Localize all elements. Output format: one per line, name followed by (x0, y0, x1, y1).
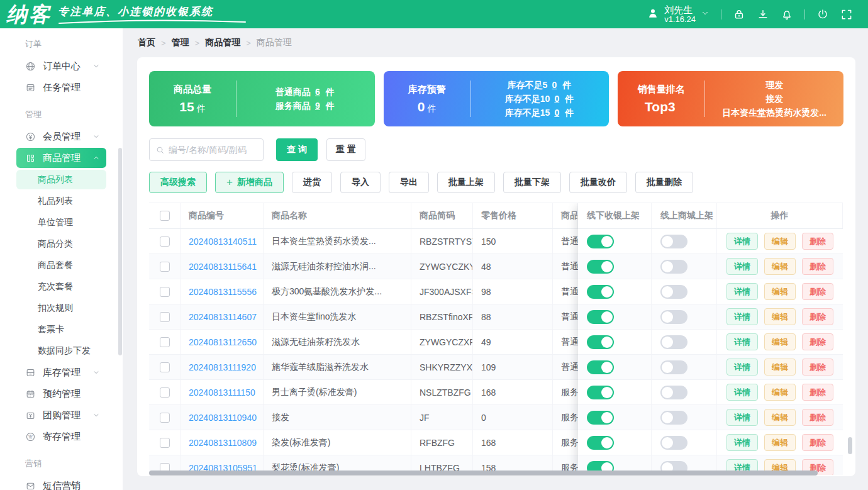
sidebar-scrollbar[interactable] (118, 148, 122, 355)
detail-button[interactable]: 详情 (726, 384, 758, 401)
sidebar-item-deposit-management[interactable]: 寄寄存管理 (16, 426, 106, 447)
offline-shelf-toggle[interactable] (587, 260, 614, 274)
offline-shelf-toggle[interactable] (587, 360, 614, 374)
product-id-link[interactable]: 20240813110940 (189, 413, 257, 423)
product-id-link[interactable]: 20240813115556 (189, 287, 257, 297)
stat-detail-count-link[interactable]: 0 (550, 92, 564, 106)
detail-button[interactable]: 详情 (726, 409, 758, 426)
online-shelf-toggle[interactable] (660, 235, 687, 248)
sidebar-subitem-product-category[interactable]: 商品分类 (16, 234, 106, 253)
online-shelf-toggle[interactable] (660, 411, 687, 425)
edit-button[interactable]: 编辑 (764, 258, 796, 275)
product-id-link[interactable]: 20240813111920 (189, 362, 256, 372)
fullscreen-button[interactable] (840, 8, 853, 21)
product-id-link[interactable]: 20240813115641 (189, 262, 257, 272)
detail-button[interactable]: 详情 (726, 333, 758, 350)
delete-button[interactable]: 删除 (802, 434, 833, 451)
delete-button[interactable]: 删除 (802, 283, 833, 300)
sidebar-item-order-center[interactable]: 订单中心 (16, 56, 106, 76)
detail-button[interactable]: 详情 (726, 359, 758, 376)
edit-button[interactable]: 编辑 (764, 409, 796, 426)
batch-on-shelf-button[interactable]: 批量上架 (437, 172, 495, 193)
delete-button[interactable]: 删除 (802, 233, 833, 250)
edit-button[interactable]: 编辑 (764, 308, 796, 325)
edit-button[interactable]: 编辑 (764, 233, 796, 250)
add-product-button[interactable]: +新增商品 (215, 172, 284, 193)
chevron-down-icon[interactable] (701, 9, 709, 20)
search-input[interactable] (169, 145, 257, 155)
product-id-link[interactable]: 20240813111150 (189, 387, 255, 398)
query-button[interactable]: 查 询 (276, 138, 318, 161)
online-shelf-toggle[interactable] (660, 310, 687, 324)
offline-shelf-toggle[interactable] (587, 436, 614, 450)
sidebar-subitem-gift-list[interactable]: 礼品列表 (16, 191, 106, 211)
sidebar-item-groupbuy-management[interactable]: 团购管理 (16, 405, 106, 425)
row-checkbox[interactable] (160, 237, 170, 247)
detail-button[interactable]: 详情 (726, 434, 758, 451)
reset-button[interactable]: 重 置 (326, 138, 365, 161)
sidebar-subitem-unit-management[interactable]: 单位管理 (16, 213, 106, 232)
offline-shelf-toggle[interactable] (587, 285, 614, 299)
delete-button[interactable]: 删除 (802, 258, 833, 275)
edit-button[interactable]: 编辑 (764, 333, 796, 350)
detail-button[interactable]: 详情 (726, 233, 758, 250)
row-checkbox[interactable] (160, 312, 170, 322)
breadcrumb-item[interactable]: 商品管理 (205, 37, 240, 48)
delete-button[interactable]: 删除 (802, 384, 833, 401)
logout-button[interactable] (816, 8, 829, 21)
sidebar-subitem-data-sync[interactable]: 数据同步下发 (16, 341, 106, 360)
online-shelf-toggle[interactable] (660, 260, 687, 274)
stat-detail-count-link[interactable]: 0 (550, 106, 564, 120)
edit-button[interactable]: 编辑 (764, 384, 796, 401)
delete-button[interactable]: 删除 (802, 359, 833, 376)
online-shelf-toggle[interactable] (660, 386, 687, 399)
row-checkbox[interactable] (160, 287, 170, 297)
row-checkbox[interactable] (160, 337, 170, 347)
product-id-link[interactable]: 20240813114607 (189, 312, 257, 322)
lock-screen-button[interactable] (733, 8, 745, 21)
sidebar-subitem-deduction-rules[interactable]: 扣次规则 (16, 298, 106, 318)
product-id-link[interactable]: 20240813110809 (189, 438, 257, 448)
batch-delete-button[interactable]: 批量删除 (635, 172, 693, 193)
online-shelf-toggle[interactable] (660, 436, 687, 450)
export-button[interactable]: 导出 (389, 172, 429, 193)
delete-button[interactable]: 删除 (802, 333, 833, 350)
offline-shelf-toggle[interactable] (587, 310, 614, 324)
edit-button[interactable]: 编辑 (764, 434, 796, 451)
notifications-button[interactable] (781, 8, 793, 21)
breadcrumb-item[interactable]: 首页 (138, 37, 155, 48)
download-button[interactable] (757, 8, 769, 21)
edit-button[interactable]: 编辑 (764, 359, 796, 376)
sidebar-subitem-product-package[interactable]: 商品套餐 (16, 255, 106, 275)
horizontal-scrollbar[interactable] (149, 471, 818, 476)
vertical-scrollbar[interactable] (848, 437, 852, 454)
offline-shelf-toggle[interactable] (587, 386, 614, 399)
offline-shelf-toggle[interactable] (587, 235, 614, 248)
breadcrumb-item[interactable]: 管理 (172, 37, 189, 48)
edit-button[interactable]: 编辑 (764, 283, 796, 300)
sidebar-item-reservation-management[interactable]: 预约管理 (16, 384, 106, 404)
select-all-checkbox[interactable] (160, 211, 170, 221)
sidebar-item-inventory-management[interactable]: 库存管理 (16, 362, 106, 382)
sidebar-item-product-management[interactable]: 商品管理 (16, 148, 106, 168)
row-checkbox[interactable] (160, 413, 170, 423)
row-checkbox[interactable] (160, 362, 170, 372)
delete-button[interactable]: 删除 (802, 409, 833, 426)
stat-detail-count-link[interactable]: 9 (311, 99, 325, 113)
advanced-search-button[interactable]: 高级搜索 (149, 172, 207, 193)
online-shelf-toggle[interactable] (660, 335, 687, 349)
stat-detail-count-link[interactable]: 0 (547, 78, 561, 92)
product-id-link[interactable]: 20240813112650 (189, 337, 257, 347)
online-shelf-toggle[interactable] (660, 360, 687, 374)
delete-button[interactable]: 删除 (802, 308, 833, 325)
sidebar-subitem-recharge-package[interactable]: 充次套餐 (16, 277, 106, 296)
row-checkbox[interactable] (160, 387, 170, 398)
import-button[interactable]: 导入 (340, 172, 381, 193)
purchase-button[interactable]: 进货 (292, 172, 332, 193)
user-menu[interactable]: 刘先生 v1.16.24 (647, 5, 709, 24)
batch-off-shelf-button[interactable]: 批量下架 (503, 172, 561, 193)
online-shelf-toggle[interactable] (660, 285, 687, 299)
sidebar-item-member-management[interactable]: 会员管理 (16, 126, 106, 147)
batch-reprice-button[interactable]: 批量改价 (569, 172, 627, 193)
row-checkbox[interactable] (160, 438, 170, 448)
